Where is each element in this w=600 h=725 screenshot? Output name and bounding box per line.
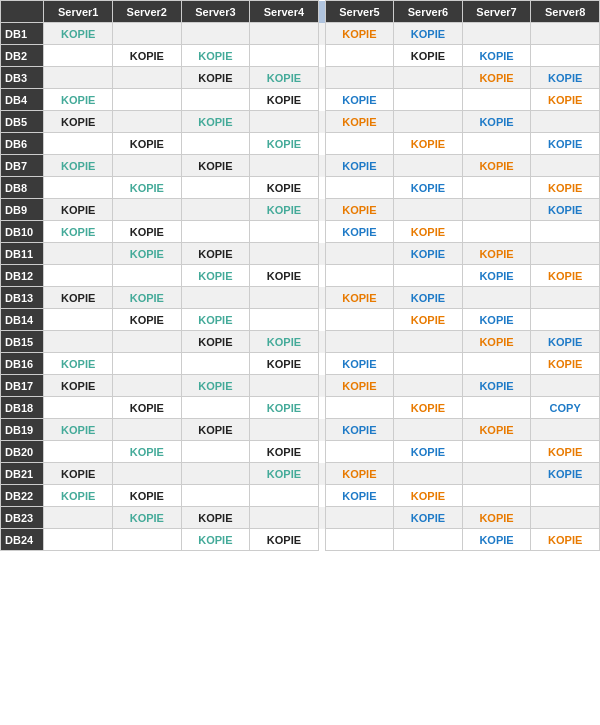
kopie-cell: KOPIE: [250, 441, 319, 463]
kopie-cell: [394, 67, 463, 89]
kopie-cell: [113, 199, 182, 221]
server2-header: Server2: [113, 1, 182, 23]
kopie-cell: [394, 375, 463, 397]
kopie-cell: KOPIE: [325, 155, 394, 177]
kopie-cell: KOPIE: [44, 463, 113, 485]
kopie-cell: [250, 45, 319, 67]
kopie-cell: [181, 89, 250, 111]
separator-cell: [318, 111, 325, 133]
table-row: DB10KOPIEKOPIEKOPIEKOPIE: [1, 221, 600, 243]
table-row: DB14KOPIEKOPIEKOPIEKOPIE: [1, 309, 600, 331]
kopie-cell: KOPIE: [113, 441, 182, 463]
header-row: Server1Server2Server3Server4Server5Serve…: [1, 1, 600, 23]
table-row: DB7KOPIEKOPIEKOPIEKOPIE: [1, 155, 600, 177]
kopie-cell: KOPIE: [462, 155, 531, 177]
kopie-cell: KOPIE: [113, 485, 182, 507]
server4-header: Server4: [250, 1, 319, 23]
kopie-cell: KOPIE: [113, 177, 182, 199]
db-label: DB15: [1, 331, 44, 353]
kopie-cell: KOPIE: [250, 353, 319, 375]
kopie-cell: KOPIE: [181, 111, 250, 133]
kopie-cell: KOPIE: [462, 67, 531, 89]
kopie-cell: KOPIE: [394, 133, 463, 155]
kopie-cell: KOPIE: [44, 485, 113, 507]
kopie-cell: KOPIE: [462, 243, 531, 265]
kopie-cell: KOPIE: [113, 309, 182, 331]
kopie-cell: KOPIE: [462, 419, 531, 441]
server9-header: Server8: [531, 1, 600, 23]
kopie-cell: KOPIE: [181, 265, 250, 287]
kopie-cell: KOPIE: [325, 375, 394, 397]
kopie-cell: KOPIE: [462, 45, 531, 67]
db-label: DB19: [1, 419, 44, 441]
kopie-cell: KOPIE: [531, 353, 600, 375]
kopie-cell: [462, 485, 531, 507]
separator-cell: [318, 353, 325, 375]
kopie-cell: KOPIE: [325, 353, 394, 375]
db-label: DB24: [1, 529, 44, 551]
kopie-cell: KOPIE: [181, 243, 250, 265]
kopie-cell: [250, 485, 319, 507]
kopie-cell: [250, 155, 319, 177]
kopie-cell: [531, 111, 600, 133]
kopie-cell: KOPIE: [44, 89, 113, 111]
separator-cell: [318, 177, 325, 199]
kopie-cell: KOPIE: [250, 199, 319, 221]
kopie-cell: [462, 463, 531, 485]
db-label: DB2: [1, 45, 44, 67]
db-label: DB14: [1, 309, 44, 331]
kopie-cell: KOPIE: [44, 199, 113, 221]
kopie-cell: [44, 243, 113, 265]
table-row: DB16KOPIEKOPIEKOPIEKOPIE: [1, 353, 600, 375]
kopie-cell: KOPIE: [531, 331, 600, 353]
db-label: DB13: [1, 287, 44, 309]
kopie-cell: [113, 419, 182, 441]
kopie-cell: [325, 265, 394, 287]
kopie-cell: [394, 463, 463, 485]
kopie-cell: [325, 397, 394, 419]
kopie-cell: KOPIE: [250, 89, 319, 111]
table-row: DB2KOPIEKOPIEKOPIEKOPIE: [1, 45, 600, 67]
server1-header: Server1: [44, 1, 113, 23]
separator-cell: [318, 23, 325, 45]
kopie-cell: [531, 419, 600, 441]
kopie-cell: KOPIE: [113, 507, 182, 529]
kopie-cell: KOPIE: [531, 89, 600, 111]
kopie-cell: [325, 309, 394, 331]
kopie-cell: KOPIE: [181, 375, 250, 397]
kopie-cell: KOPIE: [394, 23, 463, 45]
kopie-cell: [113, 111, 182, 133]
db-label: DB11: [1, 243, 44, 265]
kopie-cell: KOPIE: [531, 265, 600, 287]
kopie-cell: KOPIE: [394, 397, 463, 419]
kopie-cell: [325, 177, 394, 199]
kopie-cell: [113, 375, 182, 397]
kopie-cell: [462, 287, 531, 309]
kopie-cell: [113, 265, 182, 287]
kopie-cell: KOPIE: [325, 463, 394, 485]
kopie-cell: [531, 221, 600, 243]
kopie-cell: [531, 375, 600, 397]
kopie-cell: [44, 67, 113, 89]
kopie-cell: [531, 485, 600, 507]
kopie-cell: KOPIE: [250, 67, 319, 89]
kopie-cell: [394, 331, 463, 353]
table-row: DB6KOPIEKOPIEKOPIEKOPIE: [1, 133, 600, 155]
kopie-cell: KOPIE: [462, 375, 531, 397]
server6-header: Server5: [325, 1, 394, 23]
kopie-cell: [250, 243, 319, 265]
kopie-cell: [462, 397, 531, 419]
kopie-cell: [394, 89, 463, 111]
kopie-cell: KOPIE: [394, 287, 463, 309]
table-row: DB24KOPIEKOPIEKOPIEKOPIE: [1, 529, 600, 551]
kopie-cell: KOPIE: [325, 199, 394, 221]
kopie-cell: KOPIE: [325, 221, 394, 243]
kopie-cell: [250, 375, 319, 397]
kopie-cell: [44, 177, 113, 199]
table-row: DB3KOPIEKOPIEKOPIEKOPIE: [1, 67, 600, 89]
kopie-cell: KOPIE: [325, 23, 394, 45]
db-label: DB12: [1, 265, 44, 287]
kopie-cell: KOPIE: [250, 331, 319, 353]
kopie-cell: KOPIE: [44, 419, 113, 441]
kopie-cell: [531, 507, 600, 529]
